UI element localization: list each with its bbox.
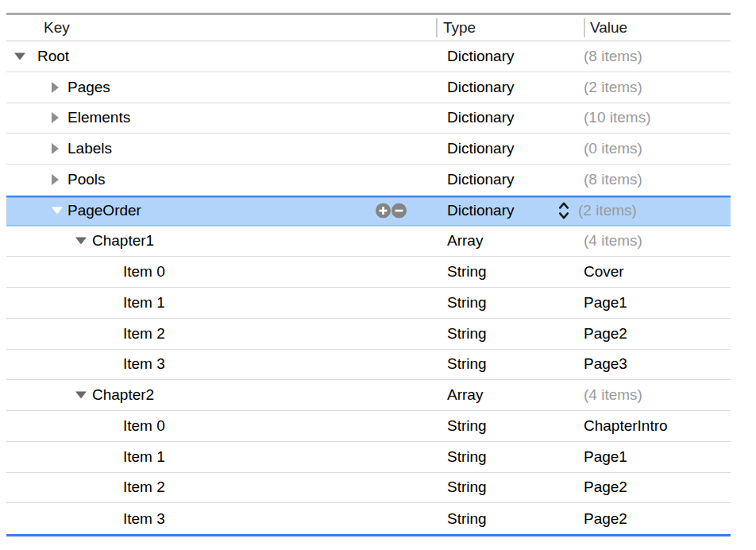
- type-cell[interactable]: String: [436, 319, 584, 349]
- value-label: (8 items): [584, 48, 642, 65]
- column-header-key[interactable]: Key: [6, 19, 436, 37]
- type-label: String: [447, 263, 487, 281]
- key-cell[interactable]: Elements: [6, 103, 436, 134]
- type-cell[interactable]: Dictionary: [436, 41, 584, 72]
- plist-row[interactable]: Pools Dictionary (8 items): [6, 165, 731, 196]
- value-label: (10 items): [584, 109, 650, 126]
- column-resize-handle-type[interactable]: [436, 18, 438, 37]
- type-cell[interactable]: String: [436, 257, 584, 287]
- key-cell[interactable]: Item 1: [6, 288, 436, 318]
- key-cell[interactable]: Item 3: [6, 350, 436, 380]
- remove-button[interactable]: [392, 203, 407, 218]
- plist-row[interactable]: Item 3 String Page2: [6, 503, 731, 534]
- plist-row[interactable]: Item 0 String Cover: [6, 257, 731, 288]
- plist-row[interactable]: Item 0 String ChapterIntro: [6, 411, 731, 442]
- type-cell[interactable]: Dictionary: [436, 134, 584, 164]
- value-cell[interactable]: (4 items): [584, 227, 731, 257]
- key-cell[interactable]: Chapter1: [6, 227, 436, 257]
- focus-line: [6, 534, 731, 536]
- plist-row[interactable]: Item 2 String Page2: [6, 473, 731, 504]
- disclosure-triangle-icon[interactable]: [75, 392, 87, 399]
- value-cell[interactable]: Cover: [584, 257, 731, 287]
- plist-row[interactable]: Chapter2 Array (4 items): [6, 380, 731, 411]
- type-cell[interactable]: String: [436, 288, 584, 318]
- disclosure-triangle-icon[interactable]: [52, 207, 63, 214]
- value-cell[interactable]: (0 items): [584, 134, 731, 164]
- plist-row[interactable]: Labels Dictionary (0 items): [6, 134, 731, 165]
- key-cell[interactable]: Root: [6, 41, 436, 72]
- disclosure-triangle-icon[interactable]: [14, 52, 25, 60]
- plist-rows: Root Dictionary (8 items) Pages Dictiona…: [6, 41, 731, 534]
- value-cell[interactable]: (4 items): [584, 380, 731, 410]
- value-cell[interactable]: (2 items): [584, 196, 731, 226]
- disclosure-triangle-icon[interactable]: [75, 238, 87, 245]
- value-cell[interactable]: Page2: [584, 503, 731, 534]
- type-cell[interactable]: Array: [436, 380, 584, 410]
- add-button[interactable]: [376, 203, 391, 218]
- plist-row[interactable]: Item 1 String Page1: [6, 442, 731, 473]
- type-stepper[interactable]: [557, 199, 570, 221]
- plist-row[interactable]: Chapter1 Array (4 items): [6, 227, 731, 258]
- key-label: PageOrder: [68, 202, 141, 219]
- value-cell[interactable]: Page1: [584, 442, 731, 472]
- value-cell[interactable]: (8 items): [584, 165, 731, 195]
- type-label: String: [447, 417, 487, 435]
- value-cell[interactable]: Page2: [584, 473, 731, 503]
- column-resize-handle-value[interactable]: [584, 18, 585, 37]
- value-label: Page3: [584, 355, 627, 373]
- type-label: Dictionary: [447, 202, 514, 219]
- type-cell[interactable]: String: [436, 442, 584, 472]
- value-label: Page1: [584, 294, 627, 312]
- key-cell[interactable]: Item 3: [6, 503, 436, 534]
- key-cell[interactable]: Item 0: [6, 411, 436, 441]
- plist-row[interactable]: Pages Dictionary (2 items): [6, 72, 731, 103]
- value-cell[interactable]: Page2: [584, 319, 731, 349]
- value-label: ChapterIntro: [584, 417, 668, 435]
- key-cell[interactable]: Pages: [6, 72, 436, 103]
- key-cell[interactable]: Pools: [6, 165, 436, 195]
- type-label: String: [447, 294, 487, 312]
- value-label: Page1: [584, 448, 627, 466]
- key-cell[interactable]: PageOrder: [6, 196, 436, 226]
- column-header-value[interactable]: Value: [584, 19, 731, 37]
- disclosure-triangle-icon[interactable]: [52, 82, 59, 93]
- plist-row[interactable]: Elements Dictionary (10 items): [6, 103, 731, 134]
- plist-row[interactable]: PageOrder Dictionary: [6, 196, 731, 227]
- type-cell[interactable]: String: [436, 411, 584, 441]
- key-cell[interactable]: Item 2: [6, 319, 436, 349]
- key-cell[interactable]: Item 0: [6, 257, 436, 287]
- type-cell[interactable]: Array: [436, 227, 584, 257]
- type-cell[interactable]: String: [436, 503, 584, 534]
- plist-row[interactable]: Item 1 String Page1: [6, 288, 731, 319]
- type-cell[interactable]: Dictionary: [436, 165, 584, 195]
- plist-row[interactable]: Item 3 String Page3: [6, 350, 731, 381]
- key-cell[interactable]: Labels: [6, 134, 436, 164]
- type-cell[interactable]: String: [436, 350, 584, 380]
- value-cell[interactable]: Page1: [584, 288, 731, 318]
- type-cell[interactable]: Dictionary: [436, 196, 584, 226]
- value-cell[interactable]: (10 items): [584, 103, 731, 134]
- type-cell[interactable]: Dictionary: [436, 72, 584, 103]
- disclosure-triangle-icon[interactable]: [52, 174, 59, 185]
- key-cell[interactable]: Chapter2: [6, 380, 436, 410]
- value-label: (4 items): [584, 386, 642, 404]
- disclosure-triangle-icon[interactable]: [52, 112, 59, 123]
- type-label: Dictionary: [447, 171, 514, 188]
- value-cell[interactable]: (8 items): [584, 41, 731, 72]
- key-label: Chapter2: [92, 386, 154, 404]
- column-header-type[interactable]: Type: [436, 19, 584, 37]
- value-cell[interactable]: Page3: [584, 350, 731, 380]
- value-cell[interactable]: ChapterIntro: [584, 411, 731, 441]
- type-label: String: [447, 355, 487, 373]
- type-cell[interactable]: Dictionary: [436, 103, 584, 134]
- plist-row[interactable]: Root Dictionary (8 items): [6, 41, 731, 72]
- key-cell[interactable]: Item 1: [6, 442, 436, 472]
- value-cell[interactable]: (2 items): [584, 72, 731, 103]
- plist-row[interactable]: Item 2 String Page2: [6, 319, 731, 350]
- key-label: Item 3: [123, 355, 165, 373]
- key-label: Item 0: [123, 417, 165, 435]
- type-cell[interactable]: String: [436, 473, 584, 503]
- key-label: Elements: [68, 109, 130, 126]
- disclosure-triangle-icon[interactable]: [52, 143, 59, 154]
- key-cell[interactable]: Item 2: [6, 473, 436, 503]
